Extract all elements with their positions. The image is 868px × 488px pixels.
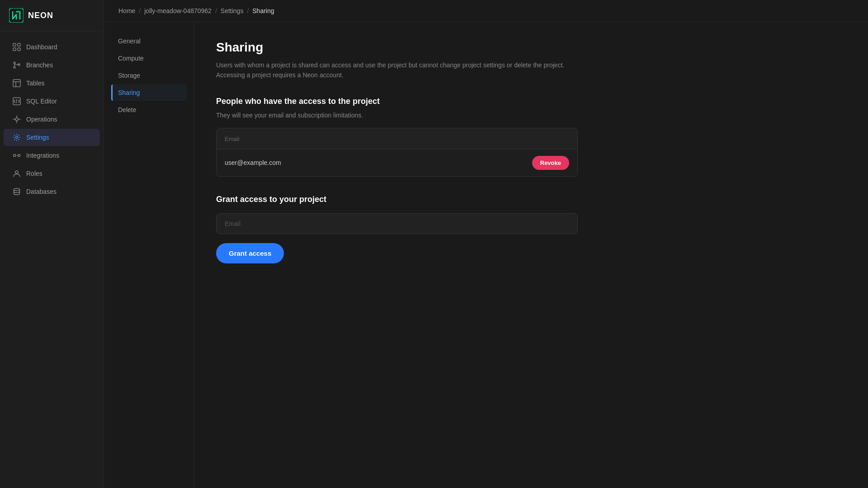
breadcrumb-sep-1: /	[139, 7, 141, 14]
sidebar-item-label: Operations	[26, 116, 57, 123]
sidebar-item-dashboard[interactable]: Dashboard	[4, 38, 100, 56]
user-email: user@example.com	[225, 159, 281, 166]
email-user-row: user@example.com Revoke	[217, 150, 577, 176]
svg-point-17	[14, 188, 20, 191]
sidebar-item-label: Integrations	[26, 152, 59, 159]
sidebar-item-label: SQL Editor	[26, 98, 57, 105]
settings-nav-general[interactable]: General	[111, 33, 187, 49]
sidebar: NEON Dashboard Branches	[0, 0, 104, 488]
logo-text: NEON	[28, 11, 53, 20]
svg-rect-8	[13, 80, 20, 87]
sidebar-item-label: Tables	[26, 80, 44, 87]
integrations-icon	[13, 151, 21, 160]
main-content: Home / jolly-meadow-04870962 / Settings …	[104, 0, 868, 488]
sidebar-item-label: Databases	[26, 188, 57, 195]
dashboard-icon	[13, 43, 21, 51]
sql-editor-icon	[13, 97, 21, 105]
content-layout: General Compute Storage Sharing Delete S…	[104, 22, 868, 488]
breadcrumb-home[interactable]: Home	[118, 7, 135, 14]
sidebar-item-roles[interactable]: Roles	[4, 165, 100, 182]
breadcrumb-sep-2: /	[215, 7, 217, 14]
svg-rect-2	[18, 43, 20, 46]
grant-access-section: Grant access to your project Grant acces…	[216, 195, 578, 263]
email-list-header: Email	[217, 128, 577, 150]
access-section-title: People who have the access to the projec…	[216, 97, 846, 106]
page-title: Sharing	[216, 40, 846, 55]
svg-point-14	[14, 155, 16, 157]
logo: NEON	[0, 0, 104, 31]
sidebar-item-branches[interactable]: Branches	[4, 56, 100, 74]
sidebar-item-integrations[interactable]: Integrations	[4, 147, 100, 164]
svg-point-16	[15, 171, 18, 174]
settings-nav-compute[interactable]: Compute	[111, 50, 187, 66]
email-column-label: Email	[225, 136, 240, 142]
settings-nav-sharing[interactable]: Sharing	[111, 84, 187, 101]
page-description: Users with whom a project is shared can …	[216, 60, 578, 80]
main-nav: Dashboard Branches Tables	[0, 31, 104, 207]
svg-point-5	[14, 62, 15, 64]
svg-rect-4	[18, 48, 20, 51]
settings-nav-storage[interactable]: Storage	[111, 67, 187, 84]
settings-icon	[13, 133, 21, 141]
grant-access-button[interactable]: Grant access	[216, 243, 284, 263]
breadcrumb-current: Sharing	[252, 7, 274, 14]
svg-point-15	[18, 155, 20, 157]
sharing-page-content: Sharing Users with whom a project is sha…	[194, 22, 868, 488]
settings-nav-delete[interactable]: Delete	[111, 102, 187, 118]
svg-point-13	[16, 136, 18, 139]
revoke-button[interactable]: Revoke	[532, 156, 569, 170]
roles-icon	[13, 169, 21, 178]
breadcrumb-sep-3: /	[247, 7, 249, 14]
sidebar-item-label: Settings	[26, 134, 49, 141]
databases-icon	[13, 188, 21, 196]
operations-icon	[13, 115, 21, 123]
neon-logo-icon	[9, 8, 24, 23]
grant-email-input[interactable]	[216, 213, 578, 234]
sidebar-item-operations[interactable]: Operations	[4, 111, 100, 128]
svg-rect-1	[13, 43, 16, 46]
sidebar-item-sql-editor[interactable]: SQL Editor	[4, 93, 100, 110]
sidebar-item-label: Roles	[26, 170, 42, 177]
settings-sidebar: General Compute Storage Sharing Delete	[104, 22, 194, 488]
email-list-container: Email user@example.com Revoke	[216, 128, 578, 177]
svg-point-6	[14, 66, 15, 68]
tables-icon	[13, 79, 21, 87]
grant-section-title: Grant access to your project	[216, 195, 578, 204]
svg-point-12	[15, 118, 18, 121]
sidebar-item-label: Branches	[26, 61, 53, 69]
sidebar-item-databases[interactable]: Databases	[4, 183, 100, 200]
svg-rect-3	[13, 48, 16, 51]
sidebar-item-label: Dashboard	[26, 43, 57, 51]
sidebar-item-tables[interactable]: Tables	[4, 75, 100, 92]
access-section-subtitle: They will see your email and subscriptio…	[216, 112, 846, 119]
breadcrumb: Home / jolly-meadow-04870962 / Settings …	[104, 0, 868, 22]
breadcrumb-settings[interactable]: Settings	[221, 7, 244, 14]
branches-icon	[13, 61, 21, 69]
breadcrumb-project[interactable]: jolly-meadow-04870962	[144, 7, 212, 14]
sidebar-item-settings[interactable]: Settings	[4, 129, 100, 146]
